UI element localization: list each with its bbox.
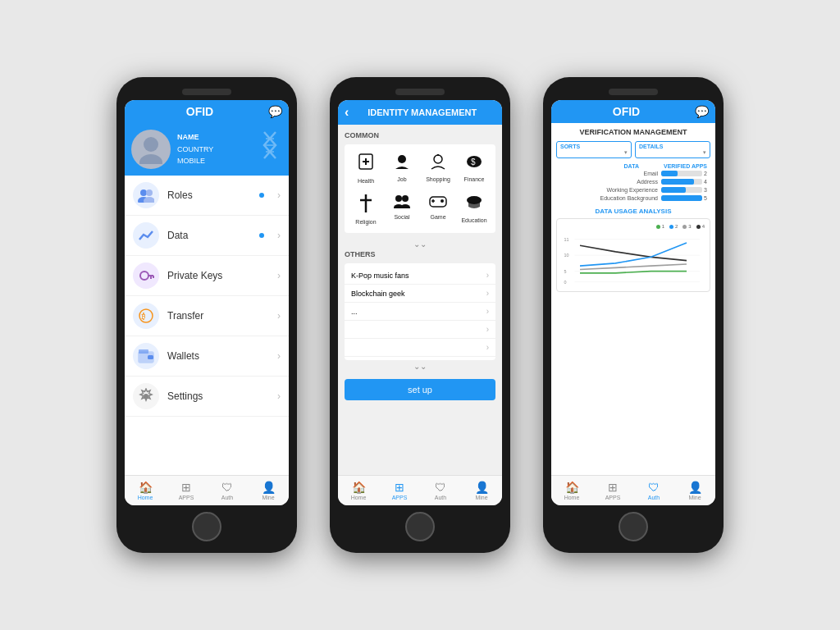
data-row-email-label: Email xyxy=(556,171,661,176)
game-label: Game xyxy=(430,214,445,220)
grid-item-shopping[interactable]: Shopping xyxy=(422,149,454,187)
phone-3-home-button[interactable] xyxy=(619,512,648,541)
phone-3-title: OFID xyxy=(558,105,695,118)
others-chevron-kpop: › xyxy=(486,271,489,280)
details-chevron: ▾ xyxy=(703,149,706,156)
nav-home-label-3: Home xyxy=(564,495,580,500)
game-icon xyxy=(428,194,448,212)
phone-3: OFID 💬 VERIFICATION MANAGEMENT SORTS ▾ xyxy=(543,77,724,553)
health-label: Health xyxy=(358,178,374,184)
menu-item-wallets[interactable]: Wallets › xyxy=(125,336,289,377)
menu-item-settings[interactable]: Settings › xyxy=(125,377,289,417)
setup-button[interactable]: set up xyxy=(345,379,495,400)
nav-mine-3[interactable]: 👤 Mine xyxy=(674,479,715,502)
address-count: 4 xyxy=(704,179,710,185)
sorts-box[interactable]: SORTS ▾ xyxy=(556,141,632,158)
phone-1-home-button[interactable] xyxy=(192,512,221,541)
grid-item-game[interactable]: Game xyxy=(422,190,454,228)
nav-auth-label-3: Auth xyxy=(648,495,660,500)
phone-2: ‹ IDENTITY MANAGEMENT COMMON Health xyxy=(330,77,510,553)
nav-apps-1[interactable]: ⊞ APPS xyxy=(166,479,207,502)
chat-icon[interactable]: 💬 xyxy=(268,105,282,118)
others-item-empty1[interactable]: › xyxy=(345,321,495,339)
phone-2-screen: ‹ IDENTITY MANAGEMENT COMMON Health xyxy=(338,100,502,505)
data-col2-header: VERIFIED APPS xyxy=(664,163,707,169)
nav-auth-label-2: Auth xyxy=(435,495,446,500)
others-item-ellipsis[interactable]: ... › xyxy=(345,303,495,321)
home-icon-2: 🏠 xyxy=(352,481,366,494)
phone-2-home-button[interactable] xyxy=(405,512,435,541)
scene: OFID 💬 NAME COUNTRY MOBILE xyxy=(116,77,724,553)
nav-auth-3[interactable]: 🛡 Auth xyxy=(633,479,674,502)
nav-home-1[interactable]: 🏠 Home xyxy=(125,479,166,502)
collapse-chevron[interactable]: ⌄⌄ xyxy=(345,240,495,249)
data-icon xyxy=(133,222,159,249)
details-dropdown[interactable]: ▾ xyxy=(639,149,706,156)
details-box[interactable]: DETAILS ▾ xyxy=(635,141,710,158)
data-row-address: Address 4 xyxy=(556,179,710,185)
phone-3-notch xyxy=(609,89,658,95)
others-item-empty2-label xyxy=(351,344,354,352)
others-item-blockchain-label: Blockchain geek xyxy=(351,290,405,298)
others-item-blockchain[interactable]: Blockchain geek › xyxy=(345,285,495,303)
sorts-value xyxy=(560,150,562,156)
nav-apps-3[interactable]: ⊞ APPS xyxy=(592,479,633,502)
menu-item-transfer[interactable]: ₿ Transfer › xyxy=(125,296,289,336)
nav-home-3[interactable]: 🏠 Home xyxy=(551,479,592,502)
others-item-kpop[interactable]: K-Pop music fans › xyxy=(345,267,495,285)
menu-item-data[interactable]: Data › xyxy=(125,216,289,256)
others-collapse-chevron[interactable]: ⌄⌄ xyxy=(345,362,495,371)
svg-point-30 xyxy=(402,195,409,202)
grid-item-religion[interactable]: Religion xyxy=(349,190,382,228)
nav-mine-label-3: Mine xyxy=(688,495,701,500)
data-chevron: › xyxy=(277,230,281,241)
details-value xyxy=(639,150,641,156)
others-item-empty2[interactable]: › xyxy=(345,339,495,357)
education-icon xyxy=(465,194,483,216)
grid-item-education[interactable]: Education xyxy=(458,190,491,228)
grid-item-social[interactable]: Social xyxy=(386,190,418,228)
nav-auth-1[interactable]: 🛡 Auth xyxy=(207,479,248,502)
menu-item-private-keys[interactable]: Private Keys › xyxy=(125,256,289,296)
legend-label-2: 2 xyxy=(675,224,678,229)
others-item-ellipsis-label: ... xyxy=(351,308,358,316)
legend-dot-2 xyxy=(669,225,673,229)
phone-1-bottom-nav: 🏠 Home ⊞ APPS 🛡 Auth 👤 Mine xyxy=(125,475,289,505)
phone-2-header: ‹ IDENTITY MANAGEMENT xyxy=(338,100,502,125)
grid-item-finance[interactable]: $ Finance xyxy=(458,149,491,187)
sorts-dropdown[interactable]: ▾ xyxy=(560,149,628,156)
settings-icon xyxy=(133,383,159,409)
chat-icon-3[interactable]: 💬 xyxy=(695,105,709,118)
nav-mine-2[interactable]: 👤 Mine xyxy=(461,479,502,502)
apps-icon-3: ⊞ xyxy=(608,481,618,494)
job-label: Job xyxy=(397,176,406,182)
svg-rect-33 xyxy=(430,197,446,207)
identity-content: COMMON Health Job xyxy=(338,125,502,475)
nav-auth-2[interactable]: 🛡 Auth xyxy=(420,479,461,502)
data-table: DATA VERIFIED APPS Email 2 Address xyxy=(556,163,710,201)
legend-item-3: 3 xyxy=(682,224,691,229)
auth-icon-3: 🛡 xyxy=(648,481,660,494)
nav-home-2[interactable]: 🏠 Home xyxy=(338,479,379,502)
phone-2-title: IDENTITY MANAGEMENT xyxy=(349,107,495,117)
working-exp-bar xyxy=(661,187,686,193)
nav-mine-1[interactable]: 👤 Mine xyxy=(248,479,289,502)
menu-item-roles[interactable]: Roles › xyxy=(125,176,289,216)
data-table-header: DATA VERIFIED APPS xyxy=(556,163,710,169)
profile-section: NAME COUNTRY MOBILE xyxy=(125,123,289,176)
grid-item-job[interactable]: Job xyxy=(386,149,418,187)
profile-country: COUNTRY xyxy=(177,144,213,155)
data-row-email: Email 2 xyxy=(556,171,710,176)
chart-area: 1 2 3 4 xyxy=(556,218,710,292)
legend-label-3: 3 xyxy=(688,224,691,229)
legend-dot-1 xyxy=(656,225,660,229)
transfer-icon: ₿ xyxy=(133,303,159,329)
svg-point-23 xyxy=(434,155,442,163)
identity-grid: Health Job Shopping xyxy=(345,144,495,233)
grid-item-health[interactable]: Health xyxy=(349,149,382,187)
phone-1-notch xyxy=(182,89,231,95)
common-label: COMMON xyxy=(345,131,495,139)
nav-apps-2[interactable]: ⊞ APPS xyxy=(379,479,420,502)
details-label: DETAILS xyxy=(639,144,706,149)
auth-icon-1: 🛡 xyxy=(221,481,233,494)
